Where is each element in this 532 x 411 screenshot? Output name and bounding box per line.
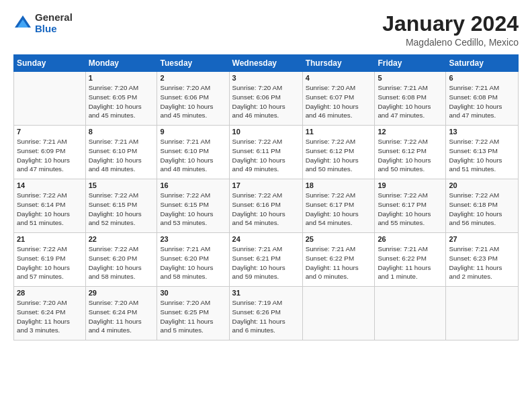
day-number: 22: [89, 235, 154, 243]
day-number: 27: [449, 235, 515, 243]
col-monday: Monday: [85, 55, 157, 72]
day-info: Sunrise: 7:19 AM Sunset: 6:26 PM Dayligh…: [232, 298, 300, 335]
header: General Blue January 2024 Magdaleno Cedi…: [13, 12, 519, 48]
day-info: Sunrise: 7:21 AM Sunset: 6:08 PM Dayligh…: [449, 83, 515, 120]
day-info: Sunrise: 7:20 AM Sunset: 6:05 PM Dayligh…: [89, 83, 154, 120]
calendar-cell: 9Sunrise: 7:21 AM Sunset: 6:10 PM Daylig…: [157, 126, 229, 179]
calendar-week-5: 28Sunrise: 7:20 AM Sunset: 6:24 PM Dayli…: [14, 287, 519, 340]
day-info: Sunrise: 7:20 AM Sunset: 6:25 PM Dayligh…: [160, 298, 226, 335]
day-number: 26: [378, 235, 443, 243]
day-info: Sunrise: 7:22 AM Sunset: 6:17 PM Dayligh…: [306, 191, 372, 228]
logo-text: General Blue: [35, 12, 73, 34]
col-sunday: Sunday: [14, 55, 86, 72]
calendar-cell: 10Sunrise: 7:22 AM Sunset: 6:11 PM Dayli…: [229, 126, 302, 179]
calendar-cell: [302, 287, 375, 340]
calendar-cell: 27Sunrise: 7:21 AM Sunset: 6:23 PM Dayli…: [446, 233, 519, 287]
calendar-cell: 17Sunrise: 7:22 AM Sunset: 6:16 PM Dayli…: [229, 179, 302, 233]
calendar-cell: 28Sunrise: 7:20 AM Sunset: 6:24 PM Dayli…: [14, 287, 86, 340]
logo-icon: [13, 14, 32, 33]
day-number: 8: [89, 128, 154, 136]
calendar-cell: [446, 287, 519, 340]
col-saturday: Saturday: [446, 55, 519, 72]
day-number: 15: [89, 181, 154, 189]
day-info: Sunrise: 7:22 AM Sunset: 6:19 PM Dayligh…: [17, 244, 83, 281]
calendar-cell: 13Sunrise: 7:22 AM Sunset: 6:13 PM Dayli…: [446, 126, 519, 179]
day-info: Sunrise: 7:22 AM Sunset: 6:12 PM Dayligh…: [306, 137, 372, 174]
month-title: January 2024: [382, 12, 519, 36]
day-number: 17: [232, 181, 300, 189]
day-number: 23: [160, 235, 226, 243]
day-number: 13: [449, 128, 515, 136]
day-info: Sunrise: 7:21 AM Sunset: 6:22 PM Dayligh…: [378, 244, 443, 281]
day-number: 5: [378, 74, 443, 82]
calendar-cell: 3Sunrise: 7:20 AM Sunset: 6:06 PM Daylig…: [229, 72, 302, 126]
day-number: 30: [160, 289, 226, 297]
day-info: Sunrise: 7:21 AM Sunset: 6:09 PM Dayligh…: [17, 137, 83, 174]
day-info: Sunrise: 7:21 AM Sunset: 6:21 PM Dayligh…: [232, 244, 300, 281]
calendar-cell: 7Sunrise: 7:21 AM Sunset: 6:09 PM Daylig…: [14, 126, 86, 179]
calendar-cell: [14, 72, 86, 126]
calendar-cell: 21Sunrise: 7:22 AM Sunset: 6:19 PM Dayli…: [14, 233, 86, 287]
day-number: 6: [449, 74, 515, 82]
day-number: 31: [232, 289, 300, 297]
day-number: 24: [232, 235, 300, 243]
day-info: Sunrise: 7:22 AM Sunset: 6:15 PM Dayligh…: [160, 191, 226, 228]
day-info: Sunrise: 7:20 AM Sunset: 6:06 PM Dayligh…: [232, 83, 300, 120]
day-number: 12: [378, 128, 443, 136]
header-row: Sunday Monday Tuesday Wednesday Thursday…: [14, 55, 519, 72]
day-number: 21: [17, 235, 83, 243]
calendar-cell: 22Sunrise: 7:22 AM Sunset: 6:20 PM Dayli…: [85, 233, 157, 287]
day-number: 28: [17, 289, 83, 297]
day-info: Sunrise: 7:21 AM Sunset: 6:20 PM Dayligh…: [160, 244, 226, 281]
calendar-cell: 8Sunrise: 7:21 AM Sunset: 6:10 PM Daylig…: [85, 126, 157, 179]
day-info: Sunrise: 7:21 AM Sunset: 6:23 PM Dayligh…: [449, 244, 515, 281]
calendar-cell: 11Sunrise: 7:22 AM Sunset: 6:12 PM Dayli…: [302, 126, 375, 179]
col-thursday: Thursday: [302, 55, 375, 72]
day-number: 9: [160, 128, 226, 136]
day-info: Sunrise: 7:21 AM Sunset: 6:10 PM Dayligh…: [160, 137, 226, 174]
calendar-week-3: 14Sunrise: 7:22 AM Sunset: 6:14 PM Dayli…: [14, 179, 519, 233]
calendar-cell: 29Sunrise: 7:20 AM Sunset: 6:24 PM Dayli…: [85, 287, 157, 340]
calendar-cell: 16Sunrise: 7:22 AM Sunset: 6:15 PM Dayli…: [157, 179, 229, 233]
day-number: 14: [17, 181, 83, 189]
day-info: Sunrise: 7:20 AM Sunset: 6:24 PM Dayligh…: [89, 298, 154, 335]
logo: General Blue: [13, 12, 73, 34]
day-number: 2: [160, 74, 226, 82]
day-info: Sunrise: 7:22 AM Sunset: 6:12 PM Dayligh…: [378, 137, 443, 174]
day-number: 19: [378, 181, 443, 189]
logo-line1: General: [35, 12, 73, 24]
calendar-cell: 24Sunrise: 7:21 AM Sunset: 6:21 PM Dayli…: [229, 233, 302, 287]
day-info: Sunrise: 7:22 AM Sunset: 6:15 PM Dayligh…: [89, 191, 154, 228]
calendar-cell: 14Sunrise: 7:22 AM Sunset: 6:14 PM Dayli…: [14, 179, 86, 233]
calendar-cell: 19Sunrise: 7:22 AM Sunset: 6:17 PM Dayli…: [375, 179, 446, 233]
day-info: Sunrise: 7:22 AM Sunset: 6:20 PM Dayligh…: [89, 244, 154, 281]
day-number: 11: [306, 128, 372, 136]
calendar-week-4: 21Sunrise: 7:22 AM Sunset: 6:19 PM Dayli…: [14, 233, 519, 287]
day-info: Sunrise: 7:22 AM Sunset: 6:16 PM Dayligh…: [232, 191, 300, 228]
day-number: 4: [306, 74, 372, 82]
day-info: Sunrise: 7:21 AM Sunset: 6:10 PM Dayligh…: [89, 137, 154, 174]
calendar-cell: 31Sunrise: 7:19 AM Sunset: 6:26 PM Dayli…: [229, 287, 302, 340]
calendar-cell: 25Sunrise: 7:21 AM Sunset: 6:22 PM Dayli…: [302, 233, 375, 287]
day-info: Sunrise: 7:22 AM Sunset: 6:18 PM Dayligh…: [449, 191, 515, 228]
location: Magdaleno Cedillo, Mexico: [382, 37, 519, 48]
day-number: 18: [306, 181, 372, 189]
calendar-cell: 23Sunrise: 7:21 AM Sunset: 6:20 PM Dayli…: [157, 233, 229, 287]
day-number: 29: [89, 289, 154, 297]
calendar-table: Sunday Monday Tuesday Wednesday Thursday…: [13, 54, 519, 340]
day-info: Sunrise: 7:22 AM Sunset: 6:13 PM Dayligh…: [449, 137, 515, 174]
day-number: 16: [160, 181, 226, 189]
col-wednesday: Wednesday: [229, 55, 302, 72]
title-block: January 2024 Magdaleno Cedillo, Mexico: [382, 12, 519, 48]
calendar-cell: 2Sunrise: 7:20 AM Sunset: 6:06 PM Daylig…: [157, 72, 229, 126]
calendar-week-2: 7Sunrise: 7:21 AM Sunset: 6:09 PM Daylig…: [14, 126, 519, 179]
day-number: 3: [232, 74, 300, 82]
calendar-cell: 18Sunrise: 7:22 AM Sunset: 6:17 PM Dayli…: [302, 179, 375, 233]
day-info: Sunrise: 7:22 AM Sunset: 6:11 PM Dayligh…: [232, 137, 300, 174]
calendar-page: General Blue January 2024 Magdaleno Cedi…: [0, 0, 532, 411]
calendar-week-1: 1Sunrise: 7:20 AM Sunset: 6:05 PM Daylig…: [14, 72, 519, 126]
day-info: Sunrise: 7:20 AM Sunset: 6:06 PM Dayligh…: [160, 83, 226, 120]
day-info: Sunrise: 7:22 AM Sunset: 6:17 PM Dayligh…: [378, 191, 443, 228]
day-number: 1: [89, 74, 154, 82]
day-info: Sunrise: 7:20 AM Sunset: 6:24 PM Dayligh…: [17, 298, 83, 335]
